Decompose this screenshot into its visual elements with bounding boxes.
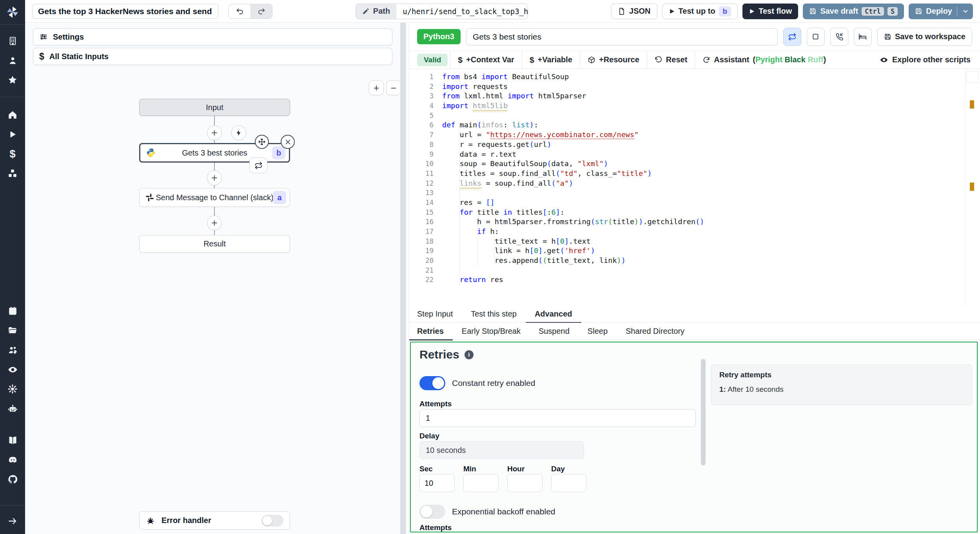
home-icon[interactable] — [0, 105, 25, 125]
error-handler-toggle[interactable] — [261, 515, 283, 527]
github-icon[interactable] — [0, 469, 25, 489]
editor-overview-ruler[interactable] — [965, 70, 980, 306]
min-input[interactable] — [463, 474, 499, 492]
retries-loop-icon-button[interactable] — [783, 28, 801, 46]
topbar: Path u/henri/send_to_slack_top3_hn JSON … — [25, 0, 980, 23]
add-resource-button[interactable]: +Resource — [580, 51, 647, 69]
settings-gear-icon[interactable] — [0, 379, 25, 399]
canvas-scrollbar[interactable] — [400, 23, 406, 534]
runs-play-icon[interactable] — [0, 125, 25, 144]
step-node-send-message-slack[interactable]: Send Message to Channel (slack) a — [139, 188, 290, 207]
tab-retries[interactable]: Retries — [409, 323, 453, 340]
chevron-down-icon[interactable] — [962, 8, 969, 15]
code-line: 19 link = h[0].get('href') — [409, 246, 980, 256]
path-value-input[interactable]: u/henri/send_to_slack_top3_hn — [396, 4, 528, 19]
step-editor-panel: Python3 — [409, 23, 980, 534]
minimap-toggle[interactable] — [966, 71, 979, 83]
attempts-input[interactable] — [419, 409, 696, 427]
sleep-bed-icon-button[interactable] — [854, 28, 872, 46]
deploy-button[interactable]: Deploy — [909, 4, 973, 19]
tab-sleep[interactable]: Sleep — [579, 323, 617, 340]
groups-icon[interactable] — [0, 340, 25, 360]
file-json-icon — [618, 7, 626, 15]
redo-button[interactable] — [250, 4, 272, 18]
save-to-workspace-button[interactable]: Save to workspace — [877, 28, 972, 46]
zoom-in-button[interactable]: + — [369, 80, 384, 95]
day-label: Day — [551, 465, 565, 473]
tab-early-stop-break[interactable]: Early Stop/Break — [453, 323, 530, 340]
hour-input[interactable] — [507, 474, 543, 492]
tab-shared-directory[interactable]: Shared Directory — [617, 323, 693, 340]
exponential-backoff-toggle[interactable] — [419, 505, 445, 519]
tab-test-this-step[interactable]: Test this step — [462, 306, 526, 322]
user-icon[interactable] — [0, 51, 25, 70]
workspace-building-icon[interactable] — [0, 31, 25, 51]
code-editor[interactable]: 1from bs4 import BeautifulSoup2import re… — [409, 70, 980, 306]
sec-input[interactable] — [419, 474, 455, 492]
test-flow-button[interactable]: Test flow — [742, 4, 798, 19]
add-step-button[interactable]: + — [207, 125, 222, 140]
delay-input — [419, 441, 584, 459]
folders-icon[interactable] — [0, 320, 25, 340]
add-step-button[interactable]: + — [207, 170, 222, 185]
favorites-star-icon[interactable] — [0, 70, 25, 90]
resources-cubes-icon[interactable] — [0, 164, 25, 183]
loop-repeat-button[interactable] — [249, 157, 267, 173]
tab-advanced[interactable]: Advanced — [526, 306, 581, 322]
result-node[interactable]: Result — [139, 235, 290, 253]
tab-suspend[interactable]: Suspend — [530, 323, 579, 340]
min-label: Min — [463, 465, 476, 473]
all-static-inputs-button[interactable]: $ All Static Inputs — [33, 48, 392, 65]
constant-retry-toggle[interactable] — [419, 376, 445, 390]
input-node[interactable]: Input — [139, 99, 290, 116]
tab-step-input[interactable]: Step Input — [409, 306, 462, 322]
dollar-icon: $ — [458, 55, 463, 65]
expand-arrow-icon[interactable] — [0, 511, 25, 531]
refresh-icon — [702, 56, 710, 64]
save-icon — [809, 7, 817, 15]
delay-label: Delay — [419, 432, 439, 440]
delete-step-button[interactable] — [281, 135, 295, 149]
dollar-icon: $ — [530, 55, 534, 65]
zoom-out-button[interactable]: − — [386, 80, 401, 95]
rotate-ccw-icon — [655, 56, 662, 64]
workers-robot-icon[interactable] — [0, 399, 25, 418]
test-up-to-button[interactable]: Test up to b — [662, 4, 738, 19]
discord-icon[interactable] — [0, 450, 25, 469]
add-variable-button[interactable]: $ +Variable — [522, 51, 580, 69]
code-line: 8 r = requests.get(url) — [409, 140, 980, 150]
json-button[interactable]: JSON — [611, 4, 657, 19]
reset-button[interactable]: Reset — [647, 51, 695, 69]
add-step-button[interactable]: + — [207, 215, 222, 230]
code-line: 1from bs4 import BeautifulSoup — [409, 72, 980, 82]
audit-eye-icon[interactable] — [0, 360, 25, 379]
stop-square-icon-button[interactable] — [807, 28, 825, 46]
windmill-logo-icon[interactable] — [0, 0, 25, 24]
explore-other-scripts-button[interactable]: Explore other scripts — [872, 51, 980, 69]
flow-title-input[interactable] — [32, 4, 218, 19]
code-line: 4import html5lib — [409, 101, 980, 111]
undo-button[interactable] — [229, 4, 250, 18]
trigger-bolt-button[interactable] — [231, 125, 246, 140]
retries-scrollbar[interactable] — [701, 359, 706, 465]
error-handler-node[interactable]: Error handler — [139, 511, 290, 530]
code-line: 12 links = soup.find_all("a") — [409, 179, 980, 188]
flow-settings-button[interactable]: Settings — [33, 28, 392, 45]
exponential-backoff-row: Exponential backoff enabled — [419, 505, 555, 519]
schedules-calendar-icon[interactable] — [0, 301, 25, 320]
panel-splitter[interactable] — [406, 23, 409, 534]
step-name-input[interactable] — [466, 28, 778, 45]
path-label[interactable]: Path — [356, 4, 396, 19]
add-context-var-button[interactable]: $ +Context Var — [450, 51, 522, 69]
assistant-button[interactable]: Assistant (Pyright Black Ruff) — [695, 51, 833, 69]
constant-retry-row: Constant retry enabled — [419, 376, 535, 390]
suspend-phone-icon-button[interactable] — [830, 28, 848, 46]
step-badge-b: b — [272, 146, 285, 159]
day-input[interactable] — [551, 474, 586, 492]
move-step-button[interactable] — [255, 135, 269, 149]
save-draft-button[interactable]: Save draft Ctrl S — [803, 4, 904, 19]
code-lines: 1from bs4 import BeautifulSoup2import re… — [409, 70, 980, 285]
variables-dollar-icon[interactable]: $ — [0, 144, 25, 164]
info-icon[interactable]: i — [465, 350, 474, 359]
docs-book-icon[interactable] — [0, 430, 25, 450]
